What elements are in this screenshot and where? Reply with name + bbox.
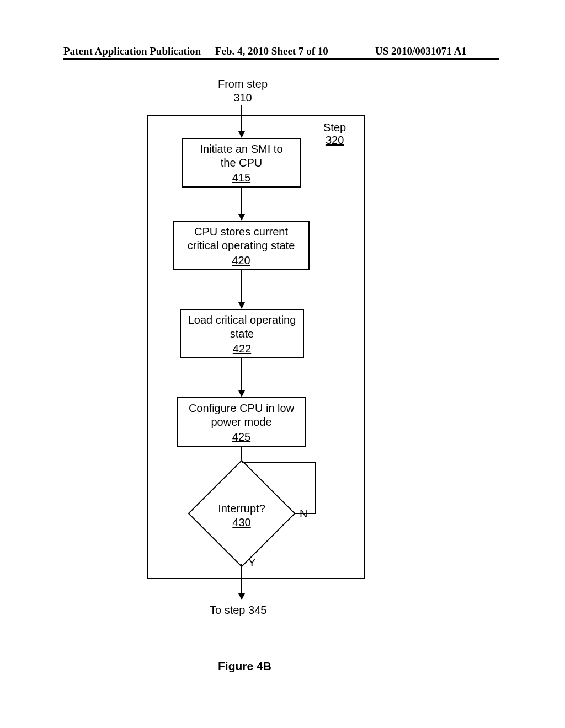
connector-430-no-h2 xyxy=(242,462,316,463)
arrowhead-icon xyxy=(238,131,245,138)
decision-430-text: Interrupt? xyxy=(218,502,265,515)
header-rule xyxy=(63,58,499,60)
box-420-ref: 420 xyxy=(174,254,308,267)
step-ref: 320 xyxy=(323,134,346,147)
connector-415-420 xyxy=(241,188,242,215)
step-word: Step xyxy=(323,121,346,133)
box-425-text: Configure CPU in low power mode xyxy=(189,402,294,428)
header-left: Patent Application Publication xyxy=(63,45,201,57)
step-320-caption: Step 320 xyxy=(323,121,346,147)
connector-420-422 xyxy=(241,270,242,303)
patent-page: Patent Application Publication Feb. 4, 2… xyxy=(0,0,565,728)
connector-from-to-415 xyxy=(241,105,242,132)
connector-430-yes xyxy=(241,564,242,595)
arrowhead-icon xyxy=(238,302,245,309)
process-box-422: Load critical operating state 422 xyxy=(180,309,304,358)
connector-430-no-h1 xyxy=(295,513,316,514)
arrowhead-icon xyxy=(238,390,245,397)
header-right: US 2010/0031071 A1 xyxy=(375,45,467,57)
arrowhead-icon xyxy=(238,593,245,600)
box-422-ref: 422 xyxy=(181,342,303,356)
connector-430-no-v xyxy=(315,462,316,514)
connector-422-425 xyxy=(241,358,242,392)
box-425-ref: 425 xyxy=(178,430,305,444)
process-box-420: CPU stores current critical operating st… xyxy=(173,221,310,270)
decision-430-label: Interrupt? 430 xyxy=(203,502,280,529)
yes-label: Y xyxy=(248,556,255,570)
process-box-415: Initiate an SMI to the CPU 415 xyxy=(182,138,301,188)
box-415-text: Initiate an SMI to the CPU xyxy=(200,143,282,169)
from-step-label: From step 310 xyxy=(207,77,279,105)
box-422-text: Load critical operating state xyxy=(188,314,296,340)
arrowhead-icon xyxy=(238,214,245,221)
figure-caption: Figure 4B xyxy=(218,660,271,673)
box-420-text: CPU stores current critical operating st… xyxy=(188,226,295,251)
header-center: Feb. 4, 2010 Sheet 7 of 10 xyxy=(215,45,328,57)
to-step-label: To step 345 xyxy=(210,603,266,617)
decision-430-ref: 430 xyxy=(232,516,250,528)
process-box-425: Configure CPU in low power mode 425 xyxy=(177,397,306,447)
box-415-ref: 415 xyxy=(183,171,300,185)
